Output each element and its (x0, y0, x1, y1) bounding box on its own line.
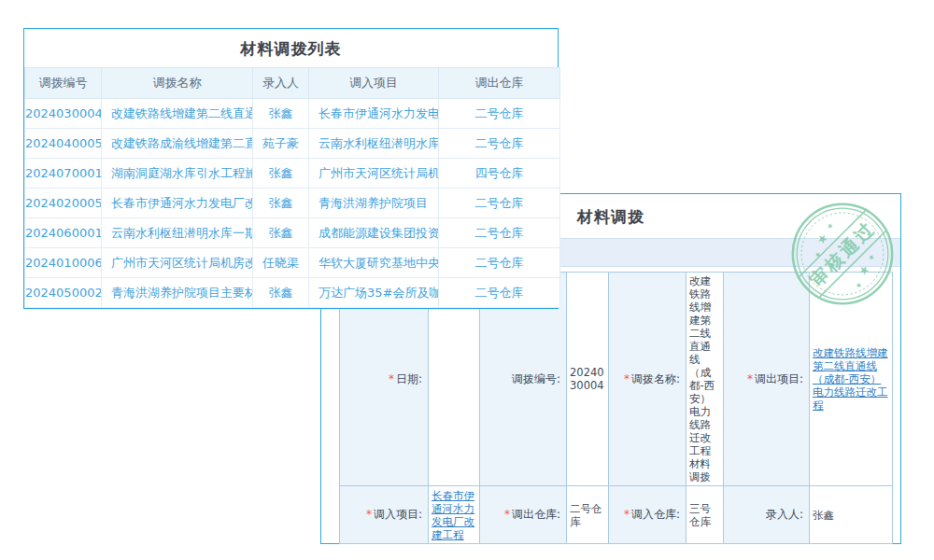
cell-out-warehouse: 二号仓库 (439, 99, 560, 129)
cell-out-warehouse: 二号仓库 (439, 248, 560, 278)
transfer-name-value-cell: 改建铁路线增建第二线直通线（成都-西安）电力线路迁改工程材料调拨 (686, 273, 724, 486)
page-background: 材料调拨 *日期: 调拨编号: 2024030004 *调拨名称: 改建铁路线增… (0, 0, 934, 560)
list-panel-title: 材料调拨列表 (24, 29, 558, 67)
cell-in-project: 万达广场35#会所及咖啡... (309, 278, 439, 308)
required-asterisk: * (624, 372, 630, 385)
table-row[interactable]: 2024040005 改建铁路成渝线增建第二直通... 苑子豪 云南水利枢纽潜明… (25, 129, 560, 159)
star-icon: ★ (814, 231, 831, 248)
cell-recorder: 张鑫 (253, 189, 309, 218)
recorder-label: 录入人: (766, 508, 803, 521)
col-header-out-warehouse: 调出仓库 (439, 68, 560, 99)
transfer-name-label: 调拨名称: (631, 372, 680, 385)
transfer-detail-form: *日期: 调拨编号: 2024030004 *调拨名称: 改建铁路线增建第二线直… (339, 272, 893, 544)
star-icon: ★ (866, 252, 876, 262)
required-asterisk: * (624, 508, 630, 521)
cell-in-project: 青海洪湖养护院项目 (309, 189, 439, 218)
cell-transfer-no: 2024020005 (25, 189, 102, 218)
in-project-value-cell: 长春市伊通河水力发电厂改建工程 (429, 486, 480, 544)
in-project-label-cell: *调入项目: (340, 486, 429, 544)
date-label: 日期: (396, 372, 422, 385)
cell-recorder: 苑子豪 (253, 129, 309, 159)
cell-transfer-name: 云南水利枢纽潜明水库一期工... (102, 218, 253, 248)
cell-recorder: 张鑫 (253, 99, 309, 129)
cell-transfer-no: 2024030004 (25, 99, 102, 129)
transfer-table-body: 2024030004 改建铁路线增建第二线直通线... 张鑫 长春市伊通河水力发… (25, 99, 560, 308)
col-header-transfer-no: 调拨编号 (25, 68, 102, 99)
table-row[interactable]: 2024020005 长春市伊通河水力发电厂改建... 张鑫 青海洪湖养护院项目… (25, 189, 560, 218)
out-project-link[interactable]: 改建铁路线增建第二线直通线（成都-西安）电力线路迁改工程 (813, 346, 888, 412)
cell-transfer-no: 2024060001 (25, 218, 102, 248)
cell-transfer-name: 广州市天河区统计局机房改造... (102, 248, 253, 278)
star-icon: ★ (825, 221, 835, 231)
star-icon: ★ (854, 280, 864, 290)
cell-out-warehouse: 二号仓库 (439, 189, 560, 218)
cell-transfer-name: 长春市伊通河水力发电厂改建... (102, 189, 253, 218)
cell-transfer-no: 2024010006 (25, 248, 102, 278)
cell-out-warehouse: 二号仓库 (439, 129, 560, 159)
table-row[interactable]: 2024030004 改建铁路线增建第二线直通线... 张鑫 长春市伊通河水力发… (25, 99, 560, 129)
cell-in-project: 成都能源建设集团投资... (309, 218, 439, 248)
table-row[interactable]: 2024070001 湖南洞庭湖水库引水工程施工... 张鑫 广州市天河区统计局… (25, 159, 560, 189)
required-asterisk: * (366, 508, 372, 521)
col-header-transfer-name: 调拨名称 (102, 68, 253, 99)
transfer-no-value-cell: 2024030004 (567, 273, 609, 486)
cell-recorder: 张鑫 (253, 278, 309, 308)
cell-in-project: 长春市伊通河水力发电... (309, 99, 439, 129)
star-icon: ★ (813, 249, 823, 259)
out-warehouse-label-cell: *调出仓库: (480, 486, 567, 544)
in-project-label: 调入项目: (374, 508, 422, 521)
cell-transfer-name: 改建铁路线增建第二线直通线... (102, 99, 253, 129)
table-row[interactable]: 2024010006 广州市天河区统计局机房改造... 任晓渠 华软大厦研究基地… (25, 248, 560, 278)
in-warehouse-label: 调入仓库: (631, 508, 680, 521)
out-warehouse-value-cell: 二号仓库 (567, 486, 609, 544)
in-warehouse-label-cell: *调入仓库: (609, 486, 686, 544)
cell-transfer-no: 2024050002 (25, 278, 102, 308)
col-header-in-project: 调入项目 (309, 68, 439, 99)
transfer-no-label: 调拨编号: (512, 372, 560, 385)
transfer-list-table: 调拨编号 调拨名称 录入人 调入项目 调出仓库 2024030004 改建铁路线… (24, 67, 560, 308)
recorder-value-cell: 张鑫 (810, 486, 893, 544)
table-row[interactable]: 2024050002 青海洪湖养护院项目主要材料... 张鑫 万达广场35#会所… (25, 278, 560, 308)
cell-out-warehouse: 二号仓库 (439, 218, 560, 248)
cell-recorder: 任晓渠 (253, 248, 309, 278)
cell-transfer-name: 湖南洞庭湖水库引水工程施工... (102, 159, 253, 189)
out-project-label: 调出项目: (755, 372, 803, 385)
required-asterisk: * (389, 372, 394, 385)
in-warehouse-value-cell: 三号仓库 (686, 486, 724, 544)
recorder-label-cell: 录入人: (724, 486, 810, 544)
in-project-link[interactable]: 长春市伊通河水力发电厂改建工程 (432, 489, 474, 541)
approval-stamp-icon: 审核通过 ★ ★ ★ ★ ★ ★ (788, 200, 897, 308)
material-transfer-list-panel: 材料调拨列表 调拨编号 调拨名称 录入人 调入项目 调出仓库 202403000… (23, 28, 559, 309)
out-warehouse-label: 调出仓库: (512, 508, 560, 521)
cell-out-warehouse: 四号仓库 (439, 159, 560, 189)
transfer-name-label-cell: *调拨名称: (609, 273, 686, 486)
col-header-recorder: 录入人 (253, 68, 309, 99)
cell-transfer-no: 2024070001 (25, 159, 102, 189)
cell-recorder: 张鑫 (253, 218, 309, 248)
required-asterisk: * (747, 372, 753, 385)
table-row[interactable]: 2024060001 云南水利枢纽潜明水库一期工... 张鑫 成都能源建设集团投… (25, 218, 560, 248)
cell-in-project: 云南水利枢纽潜明水库... (309, 129, 439, 159)
cell-out-warehouse: 二号仓库 (439, 278, 560, 308)
cell-in-project: 华软大厦研究基地中央... (309, 248, 439, 278)
cell-transfer-name: 青海洪湖养护院项目主要材料... (102, 278, 253, 308)
cell-transfer-no: 2024040005 (25, 129, 102, 159)
table-header-row: 调拨编号 调拨名称 录入人 调入项目 调出仓库 (25, 68, 560, 99)
cell-in-project: 广州市天河区统计局机... (309, 159, 439, 189)
required-asterisk: * (504, 508, 510, 521)
cell-recorder: 张鑫 (253, 159, 309, 189)
cell-transfer-name: 改建铁路成渝线增建第二直通... (102, 129, 253, 159)
star-icon: ★ (856, 261, 873, 279)
